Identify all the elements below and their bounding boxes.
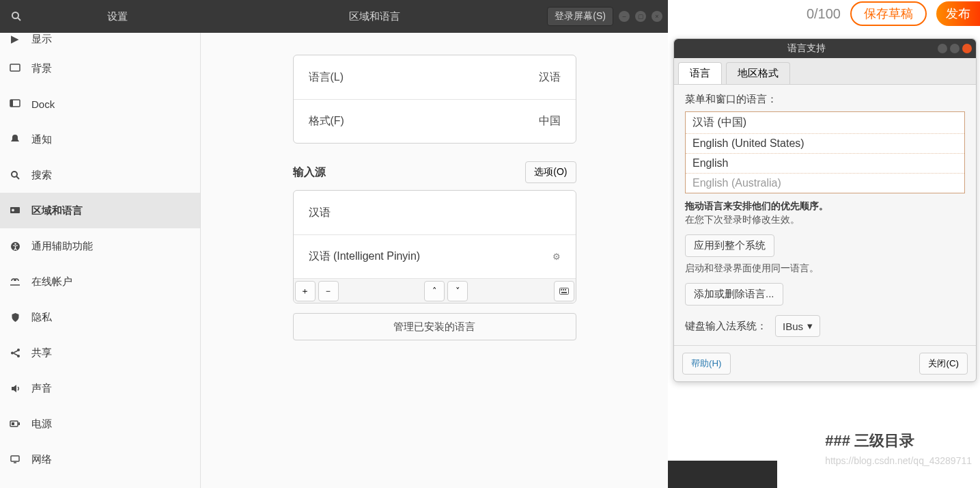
dialog-body: 菜单和窗口的语言： 汉语 (中国) English (United States… <box>674 85 976 345</box>
dock-icon <box>8 99 22 109</box>
window-minimize[interactable]: – <box>619 11 630 22</box>
input-source-name: 汉语 <box>309 206 331 220</box>
tab-region-format[interactable]: 地区格式 <box>726 62 790 84</box>
sidebar-item-label: 网络 <box>31 453 52 466</box>
sidebar-item-label: 区域和语言 <box>31 204 83 217</box>
svg-rect-21 <box>565 289 566 290</box>
sidebar-item-accessibility[interactable]: 通用辅助功能 <box>0 228 200 264</box>
sidebar-item-power[interactable]: 电源 <box>0 406 200 442</box>
sidebar-item-privacy[interactable]: 隐私 <box>0 299 200 335</box>
language-row[interactable]: 语言(L) 汉语 <box>294 55 576 99</box>
add-source-button[interactable]: ＋ <box>295 281 316 301</box>
svg-rect-15 <box>18 422 20 425</box>
format-label: 格式(F) <box>309 114 344 128</box>
login-hint: 在您下次登录时修改生效。 <box>685 214 965 226</box>
sidebar-item-background[interactable]: 背景 <box>0 51 200 86</box>
remove-source-button[interactable]: － <box>318 281 339 301</box>
sidebar-item-online-accounts[interactable]: 在线帐户 <box>0 264 200 299</box>
svg-rect-18 <box>559 288 568 294</box>
window-controls: – ▢ × <box>619 11 662 22</box>
add-remove-languages-button[interactable]: 添加或删除语言... <box>685 283 783 306</box>
language-format-group: 语言(L) 汉语 格式(F) 中国 <box>293 55 576 144</box>
sidebar-item-notifications[interactable]: 通知 <box>0 122 200 157</box>
privacy-icon <box>8 312 22 323</box>
dialog-footer: 帮助(H) 关闭(C) <box>674 345 976 381</box>
format-value: 中国 <box>539 114 561 128</box>
display-icon: ▶ <box>8 33 22 45</box>
save-draft-button[interactable]: 保存草稿 <box>850 1 927 26</box>
svg-line-1 <box>18 18 20 21</box>
svg-rect-16 <box>12 422 14 425</box>
dialog-minimize[interactable] <box>938 44 947 53</box>
language-list-item[interactable]: 汉语 (中国) <box>686 112 964 134</box>
input-source-row[interactable]: 汉语 <box>294 191 576 234</box>
sidebar-item-search[interactable]: 搜索 <box>0 157 200 193</box>
sidebar-item-label: 显示 <box>31 33 52 46</box>
chevron-down-icon: ▾ <box>807 320 813 332</box>
accessibility-icon <box>8 241 22 252</box>
toc-watermark: https://blog.csdn.net/qq_43289711 <box>825 455 972 466</box>
sidebar-item-network[interactable]: 网络 <box>0 442 200 477</box>
svg-rect-19 <box>561 289 562 290</box>
language-label: 语言(L) <box>309 70 344 85</box>
sidebar-item-label: 背景 <box>31 62 52 75</box>
sidebar-item-region[interactable]: 区域和语言 <box>0 193 200 228</box>
dialog-maximize[interactable] <box>950 44 960 53</box>
sidebar-item-sound[interactable]: 声音 <box>0 370 200 406</box>
input-source-row[interactable]: 汉语 (Intelligent Pinyin) ⚙ <box>294 234 576 278</box>
svg-point-11 <box>11 351 14 354</box>
region-icon <box>8 206 22 215</box>
publish-button[interactable]: 发布 <box>936 1 980 26</box>
close-button[interactable]: 关闭(C) <box>919 353 968 375</box>
drag-hint: 拖动语言来安排他们的优先顺序。 <box>685 200 965 213</box>
svg-point-5 <box>12 172 17 177</box>
options-button[interactable]: 选项(O) <box>525 161 576 183</box>
ime-selector[interactable]: IBus ▾ <box>775 315 820 337</box>
language-priority-list: 汉语 (中国) English (United States) English … <box>685 111 965 193</box>
toc-panel: ### 三级目录 https://blog.csdn.net/qq_432897… <box>825 431 972 466</box>
language-list-item[interactable]: English (United States) <box>686 134 964 154</box>
keyboard-layout-button[interactable] <box>554 281 574 301</box>
sidebar-item-display[interactable]: ▶ 显示 <box>0 33 200 51</box>
window-maximize[interactable]: ▢ <box>635 11 646 22</box>
ime-label: 键盘输入法系统： <box>685 320 767 333</box>
manage-languages-button[interactable]: 管理已安装的语言 <box>293 313 576 340</box>
sidebar-item-label: 搜索 <box>31 169 52 182</box>
help-button[interactable]: 帮助(H) <box>682 353 731 375</box>
svg-point-8 <box>12 209 14 212</box>
language-list-item[interactable]: English <box>686 154 964 174</box>
language-support-dialog: 语言支持 语言 地区格式 菜单和窗口的语言： 汉语 (中国) English (… <box>673 38 977 382</box>
sidebar-item-label: 通用辅助功能 <box>31 240 93 253</box>
gear-icon[interactable]: ⚙ <box>552 252 561 262</box>
network-icon <box>8 455 22 464</box>
tab-language[interactable]: 语言 <box>678 62 722 84</box>
ime-value: IBus <box>783 321 803 332</box>
keyboard-icon <box>559 288 569 295</box>
search-icon <box>11 11 22 22</box>
toc-heading: ### 三级目录 <box>825 431 972 451</box>
svg-point-10 <box>14 243 16 245</box>
svg-rect-4 <box>10 100 13 107</box>
main-content: 语言(L) 汉语 格式(F) 中国 输入源 选项(O) 汉语 汉语 (Intel… <box>201 33 668 488</box>
settings-body: ▶ 显示 背景 Dock 通知 搜索 区域和语言 <box>0 33 668 488</box>
format-row[interactable]: 格式(F) 中国 <box>294 99 576 143</box>
dialog-close[interactable] <box>962 44 972 53</box>
sidebar-item-dock[interactable]: Dock <box>0 86 200 122</box>
login-screen-button[interactable]: 登录屏幕(S) <box>547 7 613 26</box>
search-button[interactable] <box>0 0 33 33</box>
dialog-title: 语言支持 <box>678 42 935 55</box>
apply-system-wide-button[interactable]: 应用到整个系统 <box>685 234 774 257</box>
move-up-button[interactable]: ˄ <box>424 281 445 301</box>
window-close[interactable]: × <box>652 11 662 22</box>
input-sources-title: 输入源 <box>293 165 326 180</box>
page-title: 区域和语言 <box>202 10 547 23</box>
language-value: 汉语 <box>539 70 561 85</box>
move-down-button[interactable]: ˅ <box>447 281 468 301</box>
sidebar-item-sharing[interactable]: 共享 <box>0 335 200 370</box>
ime-row: 键盘输入法系统： IBus ▾ <box>685 315 965 337</box>
language-list-item[interactable]: English (Australia) <box>686 174 964 193</box>
app-title: 设置 <box>33 10 202 23</box>
dialog-titlebar: 语言支持 <box>674 39 976 58</box>
power-icon <box>8 420 22 428</box>
sidebar-item-label: Dock <box>31 98 55 110</box>
